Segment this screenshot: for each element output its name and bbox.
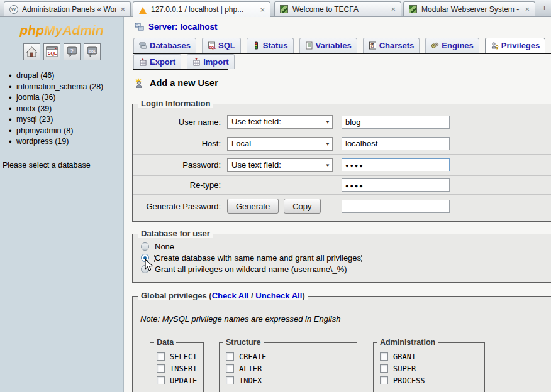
password-input[interactable]: ●●●● — [342, 158, 450, 172]
process-label[interactable]: PROCESS — [393, 376, 425, 385]
tab-privileges[interactable]: Privileges — [485, 38, 545, 53]
generate-button[interactable]: Generate — [227, 199, 279, 214]
sql-window-button[interactable]: SQL — [43, 43, 60, 60]
close-icon[interactable]: × — [390, 5, 396, 13]
browser-tab-modular-webserver[interactable]: Modular Webserver System -... × — [403, 1, 535, 16]
server-breadcrumb[interactable]: Server: localhost — [135, 22, 218, 31]
tab-import[interactable]: Import — [187, 54, 234, 69]
alter-checkbox[interactable] — [226, 364, 234, 373]
tab-status[interactable]: Status — [247, 38, 294, 53]
add-user-icon — [135, 78, 145, 88]
alter-label[interactable]: ALTER — [239, 364, 262, 373]
database-item-wordpress[interactable]: wordpress (19) — [8, 136, 123, 148]
database-item-phpmyadmin[interactable]: phpmyadmin (8) — [8, 126, 123, 137]
database-item-joomla[interactable]: joomla (36) — [8, 92, 123, 104]
index-label[interactable]: INDEX — [239, 376, 262, 385]
tab-export[interactable]: Export — [133, 54, 181, 69]
username-type-select[interactable]: Use text field: — [227, 115, 333, 129]
retype-input[interactable]: ●●●● — [342, 178, 450, 192]
tab-databases[interactable]: Databases — [133, 38, 196, 53]
super-label[interactable]: SUPER — [393, 364, 416, 373]
username-input[interactable]: blog — [342, 116, 450, 129]
browser-tab-wordpress[interactable]: W Administration Panels « Wor... × — [4, 1, 131, 16]
select-checkbox[interactable] — [157, 352, 165, 361]
tecfa-icon — [408, 4, 418, 14]
tab-engines[interactable]: Engines — [425, 38, 479, 53]
browser-tab-bar: W Administration Panels « Wor... × 127.0… — [0, 0, 551, 17]
retype-label: Re-type: — [133, 180, 227, 190]
svg-text:12: 12 — [370, 45, 374, 49]
privilege-row: INDEX — [226, 374, 357, 386]
super-checkbox[interactable] — [380, 364, 388, 373]
data-privileges-group: Data SELECT INSERT UPDATE — [150, 342, 204, 392]
update-label[interactable]: UPDATE — [170, 376, 197, 385]
close-icon[interactable]: × — [524, 5, 530, 13]
database-list: drupal (46) information_schema (28) joom… — [8, 70, 123, 148]
radio-wildcard-label[interactable]: Grant all privileges on wildcard name (u… — [155, 264, 347, 274]
password-type-select[interactable]: Use text field: — [227, 158, 333, 172]
host-type-select[interactable]: Local — [227, 137, 333, 151]
svg-text:SQL: SQL — [88, 50, 96, 53]
database-item-drupal[interactable]: drupal (46) — [8, 70, 123, 82]
create-checkbox[interactable] — [226, 352, 234, 361]
db-option-none: None — [141, 241, 551, 252]
wordpress-icon: W — [9, 4, 18, 14]
database-item-information-schema[interactable]: information_schema (28) — [8, 82, 123, 93]
login-information-legend: Login Information — [138, 99, 213, 108]
privilege-row: PROCESS — [380, 374, 484, 386]
generated-password-input[interactable] — [342, 200, 450, 213]
grant-label[interactable]: GRANT — [393, 352, 416, 361]
sql-docs-button[interactable]: SQL — [84, 43, 101, 60]
select-label[interactable]: SELECT — [170, 352, 197, 361]
uncheck-all-link[interactable]: Uncheck All — [255, 291, 302, 300]
update-checkbox[interactable] — [157, 376, 165, 384]
status-icon — [252, 41, 260, 50]
privilege-row: UPDATE — [157, 374, 203, 386]
databases-icon — [139, 41, 147, 50]
svg-text:SQL: SQL — [209, 46, 216, 50]
tab-sql[interactable]: SQL SQL — [202, 38, 241, 53]
check-all-link[interactable]: Check All — [212, 291, 249, 300]
tab-charsets[interactable]: 4¶12 Charsets — [363, 38, 420, 53]
database-item-mysql[interactable]: mysql (23) — [8, 114, 123, 126]
process-checkbox[interactable] — [380, 376, 388, 384]
create-label[interactable]: CREATE — [239, 352, 266, 361]
index-checkbox[interactable] — [226, 376, 234, 384]
db-option-create-same-name: Create database with same name and grant… — [141, 252, 551, 263]
login-information-fieldset: Login Information User name: Use text fi… — [132, 104, 551, 222]
close-icon[interactable]: × — [259, 6, 265, 14]
select-database-hint: Please select a database — [3, 161, 123, 170]
username-label: User name: — [133, 117, 227, 127]
copy-button[interactable]: Copy — [284, 199, 320, 214]
help-button[interactable]: ? — [64, 43, 81, 60]
browser-tab-title: Welcome to TECFA — [292, 5, 386, 14]
host-row: Host: Local localhost — [133, 133, 551, 154]
page-title: Add a new User — [135, 78, 218, 88]
home-icon — [26, 46, 38, 57]
tab-variables[interactable]: Variables — [299, 38, 357, 53]
privilege-row: ALTER — [226, 362, 357, 374]
privilege-row: INSERT — [157, 362, 203, 374]
insert-label[interactable]: INSERT — [170, 364, 197, 373]
retype-row: Re-type: ●●●● — [133, 175, 551, 194]
insert-checkbox[interactable] — [157, 364, 165, 373]
radio-none[interactable] — [141, 242, 149, 251]
radio-create-same-name-label[interactable]: Create database with same name and grant… — [155, 253, 361, 263]
home-button[interactable] — [23, 43, 40, 60]
export-icon — [139, 58, 147, 66]
grant-checkbox[interactable] — [380, 352, 388, 361]
svg-text:SQL: SQL — [48, 51, 57, 56]
radio-none-label[interactable]: None — [155, 242, 174, 251]
structure-group-legend: Structure — [223, 338, 264, 347]
privileges-icon — [491, 41, 499, 50]
browser-tab-tecfa[interactable]: Welcome to TECFA × — [274, 1, 401, 16]
new-tab-button[interactable]: + — [540, 4, 549, 13]
global-privileges-legend: Global privileges (Check All / Uncheck A… — [138, 291, 308, 300]
close-icon[interactable]: × — [120, 5, 126, 13]
phpmyadmin-sidebar: phpMyAdmin SQL ? SQL drupal (46) informa… — [0, 17, 124, 392]
host-input[interactable]: localhost — [342, 137, 450, 150]
privilege-note: Note: MySQL privilege names are expresse… — [140, 314, 551, 324]
browser-tab-phpmyadmin[interactable]: 127.0.0.1 / localhost | php... × — [133, 1, 270, 17]
database-item-modx[interactable]: modx (39) — [8, 104, 123, 115]
database-for-user-fieldset: Database for user None Create database w… — [132, 234, 551, 283]
